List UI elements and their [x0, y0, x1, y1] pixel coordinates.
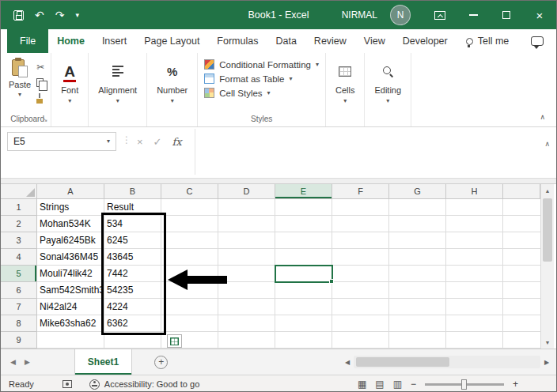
cell[interactable]: [218, 216, 275, 232]
clipboard-dialog-launcher-icon[interactable]: ↘: [43, 117, 48, 123]
cell[interactable]: [161, 232, 218, 249]
cell[interactable]: [275, 232, 332, 249]
cell[interactable]: [218, 199, 275, 216]
tab-file[interactable]: File: [7, 29, 48, 53]
enter-icon[interactable]: ✓: [153, 137, 162, 147]
column-header-a[interactable]: A: [37, 184, 104, 199]
zoom-slider-thumb[interactable]: [461, 379, 467, 390]
format-painter-icon[interactable]: [36, 93, 43, 104]
scroll-down-icon[interactable]: ▼: [541, 336, 554, 349]
user-name[interactable]: NIRMAL: [342, 9, 377, 21]
new-sheet-button[interactable]: +: [154, 356, 168, 369]
cell[interactable]: [161, 299, 218, 315]
tell-me-button[interactable]: Tell me: [466, 36, 510, 47]
cell[interactable]: [332, 299, 389, 315]
cell[interactable]: [446, 216, 503, 232]
cell[interactable]: [218, 232, 275, 249]
cell[interactable]: [389, 199, 446, 216]
cell-styles-button[interactable]: Cell Styles ▾: [204, 88, 319, 98]
paste-button[interactable]: Paste ▾: [9, 58, 31, 111]
cell[interactable]: [446, 282, 503, 299]
cell[interactable]: [446, 249, 503, 266]
formula-input[interactable]: [195, 129, 539, 175]
cells-group-button[interactable]: Cells ▾: [326, 53, 364, 126]
column-header-c[interactable]: C: [161, 184, 218, 199]
cell[interactable]: [161, 199, 218, 216]
avatar[interactable]: N: [390, 5, 411, 25]
cell[interactable]: [161, 249, 218, 266]
row-header-3[interactable]: 3: [1, 232, 37, 249]
horizontal-scrollbar[interactable]: ◀ ▶: [341, 356, 553, 368]
tab-review[interactable]: Review: [305, 29, 355, 53]
cell[interactable]: [332, 332, 389, 349]
horizontal-scrollbar-track[interactable]: [354, 356, 540, 368]
column-header-b[interactable]: B: [104, 184, 161, 199]
column-header-e[interactable]: E: [275, 184, 332, 199]
cell[interactable]: [218, 249, 275, 266]
ribbon-display-options-button[interactable]: [423, 1, 457, 29]
horizontal-scrollbar-thumb[interactable]: [356, 357, 449, 367]
column-header-g[interactable]: G: [389, 184, 446, 199]
cell[interactable]: [446, 315, 503, 332]
cell[interactable]: [332, 216, 389, 232]
cell[interactable]: [446, 232, 503, 249]
tab-formulas[interactable]: Formulas: [208, 29, 267, 53]
cell-A7[interactable]: Ni42al24: [37, 299, 104, 315]
cell[interactable]: [218, 332, 275, 349]
row-header-5[interactable]: 5: [1, 266, 37, 282]
column-header-f[interactable]: F: [332, 184, 389, 199]
cell-A6[interactable]: Sam542Smith35: [37, 282, 104, 299]
insert-function-icon[interactable]: fx: [172, 136, 182, 148]
cell[interactable]: [218, 315, 275, 332]
cell[interactable]: [389, 332, 446, 349]
column-header-h[interactable]: H: [446, 184, 503, 199]
formula-bar-expand-icon[interactable]: ∧: [544, 140, 550, 148]
normal-view-icon[interactable]: ▦: [358, 379, 366, 389]
editing-group-button[interactable]: Editing ▾: [365, 53, 411, 126]
drag-handle-icon[interactable]: ⋮: [122, 135, 131, 145]
tab-view[interactable]: View: [355, 29, 394, 53]
tab-home[interactable]: Home: [48, 29, 93, 53]
cell-A9[interactable]: [37, 332, 104, 349]
cell[interactable]: [389, 266, 446, 282]
scroll-left-icon[interactable]: ◀: [341, 359, 354, 366]
minimize-button[interactable]: [457, 1, 490, 29]
cut-icon[interactable]: ✂: [36, 62, 44, 72]
customize-qat-icon[interactable]: ▾: [75, 12, 79, 19]
cell[interactable]: [389, 249, 446, 266]
zoom-in-icon[interactable]: +: [513, 379, 518, 389]
tab-data[interactable]: Data: [267, 29, 305, 53]
zoom-slider[interactable]: [425, 383, 504, 386]
number-group-button[interactable]: % Number ▾: [147, 53, 197, 126]
cell[interactable]: [389, 216, 446, 232]
cancel-icon[interactable]: ×: [137, 137, 143, 147]
cell[interactable]: [275, 199, 332, 216]
cell[interactable]: [332, 282, 389, 299]
row-header-1[interactable]: 1: [1, 199, 37, 216]
cell[interactable]: [332, 199, 389, 216]
cell[interactable]: [332, 232, 389, 249]
cell[interactable]: [446, 332, 503, 349]
font-group-button[interactable]: A Font ▾: [51, 53, 88, 126]
select-all-button[interactable]: [1, 184, 37, 199]
cell-A5[interactable]: Mouli74lik42: [37, 266, 104, 282]
cell-A1[interactable]: Strings: [37, 199, 104, 216]
cell[interactable]: [389, 315, 446, 332]
row-header-8[interactable]: 8: [1, 315, 37, 332]
name-box[interactable]: E5 ▾: [7, 132, 116, 151]
cell[interactable]: [218, 299, 275, 315]
cell[interactable]: [446, 266, 503, 282]
cell[interactable]: [275, 332, 332, 349]
vertical-scrollbar[interactable]: ▲ ▼: [540, 184, 554, 349]
scroll-right-icon[interactable]: ▶: [540, 359, 553, 366]
row-header-4[interactable]: 4: [1, 249, 37, 266]
cell[interactable]: [275, 249, 332, 266]
undo-icon[interactable]: ↶: [35, 9, 44, 21]
cell[interactable]: [218, 282, 275, 299]
cell[interactable]: [389, 282, 446, 299]
accessibility-status[interactable]: Accessibility: Good to go: [89, 379, 199, 390]
cell-A3[interactable]: Payal6245Bk: [37, 232, 104, 249]
format-as-table-button[interactable]: Format as Table ▾: [204, 74, 319, 84]
cell[interactable]: [275, 315, 332, 332]
cell[interactable]: [275, 299, 332, 315]
